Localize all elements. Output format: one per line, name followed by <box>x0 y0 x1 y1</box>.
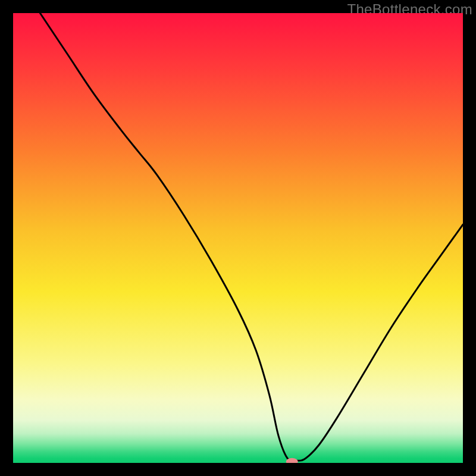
chart-svg <box>13 13 463 463</box>
gradient-rect <box>13 13 463 463</box>
chart-frame: TheBottleneck.com <box>0 0 476 476</box>
plot-area <box>13 13 463 463</box>
